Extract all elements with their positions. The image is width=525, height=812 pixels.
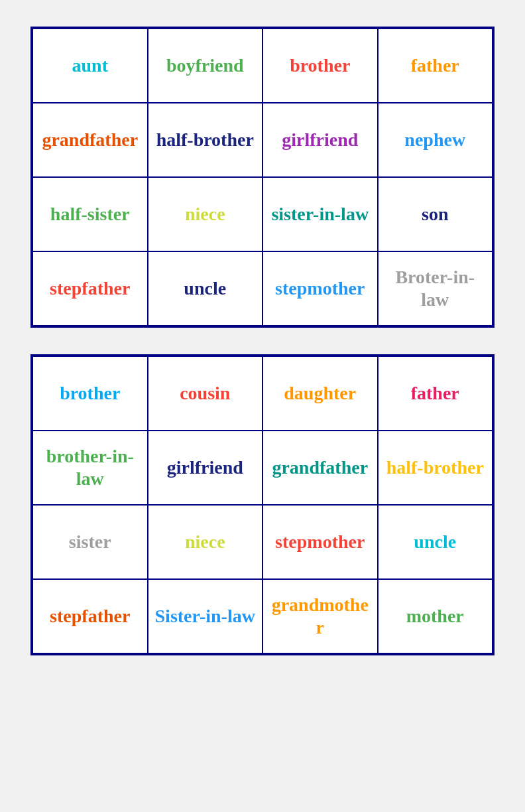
bingo-row: brother-in-lawgirlfriendgrandfatherhalf-… [33, 431, 492, 506]
bingo-cell: mother [379, 580, 493, 653]
bingo-cell: sister-in-law [263, 178, 379, 251]
bingo-cell: daughter [263, 357, 379, 430]
bingo-row: stepfatherSister-in-lawgrandmothermother [33, 580, 492, 653]
bingo-cell: girlfriend [148, 431, 264, 504]
bingo-card-1: auntboyfriendbrotherfathergrandfatherhal… [30, 27, 495, 328]
bingo-row: brothercousindaughterfather [33, 357, 492, 431]
bingo-row: sisterniecestepmotheruncle [33, 506, 492, 580]
bingo-cell: nephew [379, 103, 493, 176]
bingo-cell: half-brother [379, 431, 493, 504]
bingo-cell: stepmother [263, 252, 379, 325]
bingo-cell: grandfather [33, 103, 148, 176]
bingo-cell: grandmother [263, 580, 379, 653]
bingo-cell: aunt [33, 29, 148, 102]
bingo-cell: uncle [379, 506, 493, 578]
bingo-cell: niece [148, 178, 264, 251]
bingo-row: stepfatherunclestepmotherBroter-in-law [33, 252, 492, 325]
bingo-row: grandfatherhalf-brothergirlfriendnephew [33, 103, 492, 178]
bingo-cell: father [379, 357, 493, 430]
bingo-row: auntboyfriendbrotherfather [33, 29, 492, 103]
bingo-cell: brother [263, 29, 379, 102]
bingo-cell: grandfather [263, 431, 379, 504]
bingo-cell: brother-in-law [33, 431, 148, 504]
bingo-cell: half-sister [33, 178, 148, 251]
bingo-cell: stepmother [263, 506, 379, 578]
bingo-cell: stepfather [33, 252, 148, 325]
bingo-cell: cousin [148, 357, 264, 430]
bingo-cell: Broter-in-law [379, 252, 493, 325]
bingo-cell: half-brother [148, 103, 264, 176]
bingo-cell: uncle [148, 252, 264, 325]
bingo-cell: brother [33, 357, 148, 430]
bingo-row: half-sisterniecesister-in-lawson [33, 178, 492, 252]
bingo-cell: girlfriend [263, 103, 379, 176]
bingo-card-2: brothercousindaughterfatherbrother-in-la… [30, 354, 495, 655]
bingo-cell: father [379, 29, 493, 102]
bingo-cell: son [379, 178, 493, 251]
bingo-cell: stepfather [33, 580, 148, 653]
bingo-cell: boyfriend [148, 29, 264, 102]
bingo-cell: Sister-in-law [148, 580, 264, 653]
bingo-cell: niece [148, 506, 264, 578]
bingo-cell: sister [33, 506, 148, 578]
